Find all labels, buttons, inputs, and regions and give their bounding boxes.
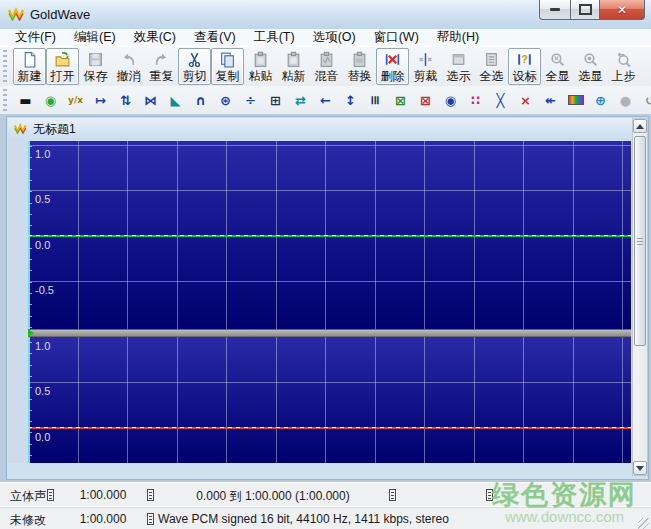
menu-item-0[interactable]: 文件(F) xyxy=(6,28,65,47)
replace-icon xyxy=(351,51,368,68)
paste-button[interactable]: 粘贴 xyxy=(244,48,277,85)
cd-reader-button[interactable]: ◉ xyxy=(438,88,463,112)
paste-new-button[interactable]: 粘新 xyxy=(277,48,310,85)
zoom-selection-icon xyxy=(582,51,599,68)
sphere-button[interactable]: ● xyxy=(613,88,638,112)
window-title: GoldWave xyxy=(30,7,90,22)
undo-icon xyxy=(120,51,137,68)
left-channel[interactable]: 1.00.50.0-0.5 xyxy=(28,141,631,329)
echo-button[interactable]: ⋈ xyxy=(138,88,163,112)
axis-label: 1.0 xyxy=(35,340,50,352)
control-bar-button[interactable]: ▬ xyxy=(13,88,38,112)
vertical-scrollbar[interactable] xyxy=(632,118,648,476)
scroll-down-button[interactable] xyxy=(633,461,647,475)
pan-button[interactable]: ◣ xyxy=(163,88,188,112)
document-window: 无标题1 1.00.50.0-0.51.00.50.0 xyxy=(6,116,649,480)
selection-start-marker[interactable] xyxy=(28,329,34,337)
set-marker-button[interactable]: ?设标 xyxy=(508,48,541,85)
redo-button[interactable]: 重复 xyxy=(145,48,178,85)
menu-item-6[interactable]: 窗口(W) xyxy=(365,28,428,47)
trim-button[interactable]: 剪裁 xyxy=(409,48,442,85)
open-folder-icon xyxy=(54,51,71,68)
doppler-button[interactable]: ◉ xyxy=(38,88,63,112)
save-button[interactable]: 保存 xyxy=(79,48,112,85)
color-settings-button[interactable]: ∷ xyxy=(463,88,488,112)
toolbar-button-label: 选示 xyxy=(447,69,471,83)
pop-click-icon: × xyxy=(520,94,531,107)
volume-shape-button[interactable]: ↕ xyxy=(338,88,363,112)
pop-click-button[interactable]: × xyxy=(513,88,538,112)
zoom-previous-icon xyxy=(615,51,632,68)
mix-button[interactable]: 混音 xyxy=(310,48,343,85)
zero-line-dash-overlay xyxy=(28,235,631,236)
resize-grip[interactable] xyxy=(638,518,649,529)
menu-item-1[interactable]: 编辑(E) xyxy=(65,28,125,47)
redo-icon xyxy=(153,51,170,68)
mechanize-button[interactable]: ⊛ xyxy=(213,88,238,112)
zoom-all-button[interactable]: 全显 xyxy=(541,48,574,85)
toolbar-button-label: 新建 xyxy=(18,69,42,83)
pitch-button[interactable]: ÷ xyxy=(238,88,263,112)
open-folder-button[interactable]: 打开 xyxy=(46,48,79,85)
cda-extract-button[interactable]: ⊕ xyxy=(588,88,613,112)
status-pane-divider-icon xyxy=(389,489,396,501)
zoom-selection-button[interactable]: 选显 xyxy=(574,48,607,85)
maximize-button[interactable] xyxy=(571,0,600,20)
new-file-button[interactable]: 新建 xyxy=(13,48,46,85)
batch-cancel-button[interactable]: ⊠ xyxy=(413,88,438,112)
playback-start-marker[interactable] xyxy=(28,141,30,329)
echo-icon: ⋈ xyxy=(144,94,157,107)
title-bar: GoldWave ✕ xyxy=(0,0,651,30)
menu-item-2[interactable]: 效果(C) xyxy=(125,28,185,47)
menu-item-3[interactable]: 查看(V) xyxy=(185,28,245,47)
reverse-button[interactable]: ⇄ xyxy=(288,88,313,112)
selection-view-button[interactable]: 选示 xyxy=(442,48,475,85)
main-toolbar: 新建打开保存撤消重复剪切复制粘贴粘新混音替换删除剪裁选示全选?设标全显选显上步 xyxy=(0,46,651,88)
scroll-up-button[interactable] xyxy=(633,119,647,133)
select-all-button[interactable]: 全选 xyxy=(475,48,508,85)
status-row-2: 未修改 1:00.000 Wave PCM signed 16 bit, 441… xyxy=(0,507,651,529)
mix-icon xyxy=(318,51,335,68)
noise-reduction-button[interactable]: ╳ xyxy=(488,88,513,112)
toolbar-button-label: 粘贴 xyxy=(249,69,273,83)
undo-button[interactable]: 撤消 xyxy=(112,48,145,85)
toolbar-drag-handle[interactable] xyxy=(3,50,7,84)
dynamics-button[interactable]: ⇅ xyxy=(113,88,138,112)
replace-button[interactable]: 替换 xyxy=(343,48,376,85)
cut-button[interactable]: 剪切 xyxy=(178,48,211,85)
minimize-button[interactable] xyxy=(539,0,571,20)
smoother-button[interactable]: ↞ xyxy=(538,88,563,112)
menu-item-4[interactable]: 工具(T) xyxy=(245,28,304,47)
delete-button[interactable]: 删除 xyxy=(376,48,409,85)
rewind-button[interactable]: ← xyxy=(313,88,338,112)
status-bar: 立体声 1:00.000 0.000 到 1:00.000 (1:00.000)… xyxy=(0,481,651,529)
grid-line-vertical xyxy=(177,337,178,463)
equalizer-button[interactable]: ≡ xyxy=(363,88,388,112)
channel-separator[interactable] xyxy=(28,329,631,337)
offset-button[interactable]: ↦ xyxy=(88,88,113,112)
toolbar-drag-handle[interactable] xyxy=(3,89,7,111)
wave-display[interactable]: 1.00.50.0-0.51.00.50.0 xyxy=(28,141,631,463)
undo-level-icon: ↺ xyxy=(645,94,651,107)
grid-line-vertical xyxy=(523,337,524,463)
undo-level-button[interactable]: ↺ xyxy=(638,88,651,112)
toolbar-button-label: 混音 xyxy=(315,69,339,83)
toolbar-button-label: 上步 xyxy=(612,69,636,83)
playback-start-marker[interactable] xyxy=(28,337,30,463)
zoom-previous-button[interactable]: 上步 xyxy=(607,48,640,85)
menu-item-7[interactable]: 帮助(H) xyxy=(428,28,488,47)
invert-button[interactable]: ∩ xyxy=(188,88,213,112)
vertical-scroll-thumb[interactable] xyxy=(634,136,646,346)
batch-check-button[interactable]: ⊠ xyxy=(388,88,413,112)
cassette-button[interactable] xyxy=(563,88,588,112)
parametric-eq-icon: ⊞ xyxy=(270,94,281,107)
cd-reader-icon: ◉ xyxy=(445,94,456,107)
copy-button[interactable]: 复制 xyxy=(211,48,244,85)
menu-item-5[interactable]: 选项(O) xyxy=(304,28,365,47)
axis-label: 0.0 xyxy=(35,431,50,443)
right-channel[interactable]: 1.00.50.0 xyxy=(28,337,631,463)
volume-shape-icon: ↕ xyxy=(345,94,356,107)
expression-evaluator-button[interactable]: y/x xyxy=(63,88,88,112)
parametric-eq-button[interactable]: ⊞ xyxy=(263,88,288,112)
close-button[interactable]: ✕ xyxy=(600,0,645,20)
